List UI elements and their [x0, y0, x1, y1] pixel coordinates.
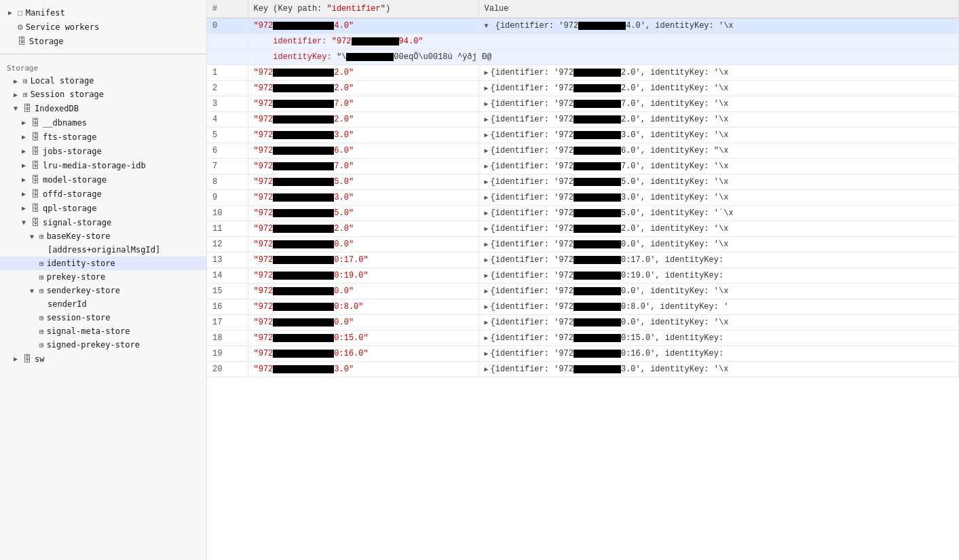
table-row[interactable]: 14"9720:19.0"{identifier: '9720:19.0', i… [207, 268, 959, 284]
value-content: {identifier: '9723.0', identityKey: '\x [491, 193, 729, 202]
table-row[interactable]: 10"9725.0"{identifier: '9725.0', identit… [207, 206, 959, 221]
row-key: "9727.0" [248, 159, 478, 174]
expand-icon[interactable] [485, 115, 491, 124]
redacted-block [273, 84, 334, 92]
table-row[interactable]: 19"9720:16.0"{identifier: '9720:16.0', i… [207, 346, 959, 362]
table-row[interactable]: 1"9722.0"{identifier: '9722.0', identity… [207, 65, 959, 81]
table-row[interactable]: 5"9723.0"{identifier: '9723.0', identity… [207, 128, 959, 143]
key-value: "9725.0" [254, 208, 354, 218]
expand-icon[interactable] [485, 130, 491, 140]
row-num: 16 [207, 299, 248, 315]
expand-icon[interactable] [485, 365, 491, 374]
sidebar-item-session-store[interactable]: ⊞ session-store [0, 311, 206, 324]
expand-icon[interactable] [485, 83, 491, 93]
expand-icon[interactable] [485, 68, 491, 77]
expand-icon[interactable] [485, 162, 491, 171]
service-workers-icon: ⚙ [18, 22, 23, 32]
sidebar-item-signed-prekey-store[interactable]: ⊞ signed-prekey-store [0, 338, 206, 352]
sidebar: ▶ ☐ Manifest ⚙ Service workers 🗄 Storage… [0, 0, 207, 560]
sidebar-item-model-storage[interactable]: ▶ 🗄 model-storage [0, 172, 206, 187]
key-value: "9720:16.0" [254, 349, 369, 358]
redacted-block [273, 209, 334, 217]
expand-icon[interactable] [485, 255, 491, 265]
row-num: 19 [207, 346, 248, 362]
table-row[interactable]: 7"9727.0"{identifier: '9727.0', identity… [207, 159, 959, 174]
sidebar-item-identity-store[interactable]: ⊞ identity-store [0, 257, 206, 270]
table-row[interactable]: 6"9726.0"{identifier: '9726.0', identity… [207, 143, 959, 159]
expand-icon[interactable] [485, 224, 491, 234]
expand-icon[interactable] [485, 286, 491, 296]
key-value: "9722.0" [254, 115, 354, 124]
table-row[interactable]: 9"9723.0"{identifier: '9723.0', identity… [207, 190, 959, 206]
arrow-icon: ▶ [14, 355, 23, 362]
expand-icon[interactable] [485, 193, 491, 202]
sidebar-item-senderkey-store[interactable]: ▼ ⊞ senderkey-store [0, 284, 206, 297]
qpl-storage-icon: 🗄 [31, 203, 40, 213]
sidebar-item-service-workers[interactable]: ⚙ Service workers [0, 20, 206, 34]
table-row[interactable]: 4"9722.0"{identifier: '9722.0', identity… [207, 112, 959, 128]
table-row[interactable]: 11"9722.0"{identifier: '9722.0', identit… [207, 221, 959, 237]
value-content: {identifier: '9720:17.0', identityKey: [491, 255, 724, 265]
sidebar-item-dbnames[interactable]: ▶ 🗄 __dbnames [0, 115, 206, 130]
row-num: 15 [207, 284, 248, 299]
expand-icon[interactable] [485, 333, 491, 343]
expand-icon[interactable] [485, 302, 491, 312]
row-num: 2 [207, 81, 248, 96]
redacted-block [573, 334, 621, 342]
table-row[interactable]: 12"9720.0"{identifier: '9720.0', identit… [207, 237, 959, 253]
sidebar-item-qpl-storage[interactable]: ▶ 🗄 qpl-storage [0, 201, 206, 215]
sidebar-item-indexeddb[interactable]: ▼ 🗄 IndexedDB [0, 101, 206, 115]
row-value: {identifier: '9725.0', identityKey: '\x [478, 174, 959, 190]
sidebar-item-storage-top[interactable]: 🗄 Storage [0, 34, 206, 48]
table-row[interactable]: 2"9722.0"{identifier: '9722.0', identity… [207, 81, 959, 96]
sidebar-item-local-storage[interactable]: ▶ ⊞ Local storage [0, 74, 206, 88]
key-value: "9723.0" [254, 365, 354, 374]
row-value: {identifier: '9720.0', identityKey: '\x [478, 237, 959, 253]
expand-icon[interactable] [485, 21, 491, 31]
table-row[interactable]: 16"9720:8.0"{identifier: '9720:8.0', ide… [207, 299, 959, 315]
table-row[interactable]: 3"9727.0"{identifier: '9727.0', identity… [207, 96, 959, 112]
sidebar-item-signal-meta-store[interactable]: ⊞ signal-meta-store [0, 324, 206, 338]
sidebar-item-senderid[interactable]: senderId [0, 297, 206, 311]
sidebar-item-manifest[interactable]: ▶ ☐ Manifest [0, 5, 206, 20]
row-num: 13 [207, 253, 248, 268]
sidebar-item-address-originalmsgid[interactable]: [address+originalMsgId] [0, 243, 206, 257]
sidebar-item-jobs-storage[interactable]: ▶ 🗄 jobs-storage [0, 144, 206, 158]
redacted-block [573, 69, 621, 77]
sidebar-item-basekey-store[interactable]: ▼ ⊞ baseKey-store [0, 229, 206, 243]
expand-icon[interactable] [485, 349, 491, 358]
table-row[interactable]: 20"9723.0"{identifier: '9723.0', identit… [207, 362, 959, 377]
sidebar-item-offd-storage[interactable]: ▶ 🗄 offd-storage [0, 187, 206, 201]
row-value: {identifier: '9726.0', identityKey: "\x [478, 143, 959, 159]
expand-icon[interactable] [485, 208, 491, 218]
table-row[interactable]: 15"9720.0"{identifier: '9720.0', identit… [207, 284, 959, 299]
expand-icon[interactable] [485, 318, 491, 327]
redacted-block [573, 209, 621, 217]
arrow-icon: ▶ [22, 162, 31, 169]
value-content: {identifier: '9724.0', identityKey: '\x [495, 21, 734, 31]
sidebar-item-fts-storage[interactable]: ▶ 🗄 fts-storage [0, 130, 206, 144]
expand-icon[interactable] [485, 240, 491, 249]
table-row[interactable]: 18"9720:15.0"{identifier: '9720:15.0', i… [207, 331, 959, 346]
row-value: {identifier: '9720.0', identityKey: '\x [478, 284, 959, 299]
redacted-block [573, 350, 621, 358]
expand-icon[interactable] [485, 146, 491, 155]
sidebar-item-signal-storage[interactable]: ▼ 🗄 signal-storage [0, 215, 206, 229]
records-table: # Key (Key path: "identifier") Value 0 "… [207, 0, 959, 377]
expand-icon[interactable] [485, 177, 491, 187]
table-row[interactable]: 17"9720.0"{identifier: '9720.0', identit… [207, 315, 959, 331]
sidebar-item-prekey-store[interactable]: ⊞ prekey-store [0, 270, 206, 284]
table-body: 0 "9724.0" {identifier: '9724.0', identi… [207, 18, 959, 377]
table-row[interactable]: 13"9720:17.0"{identifier: '9720:17.0', i… [207, 253, 959, 268]
table-row[interactable]: 0 "9724.0" {identifier: '9724.0', identi… [207, 18, 959, 34]
value-content: {identifier: '9727.0', identityKey: '\x [491, 162, 729, 171]
row-value: {identifier: '9723.0', identityKey: '\x [478, 190, 959, 206]
expand-icon[interactable] [485, 99, 491, 109]
expand-icon[interactable] [485, 271, 491, 280]
key-value: "9723.0" [254, 193, 354, 202]
value-content: {identifier: '9722.0', identityKey: '\x [491, 115, 729, 124]
table-row[interactable]: 8"9725.0"{identifier: '9725.0', identity… [207, 174, 959, 190]
sidebar-item-sw[interactable]: ▶ 🗄 sw [0, 352, 206, 366]
sidebar-item-session-storage[interactable]: ▶ ⊞ Session storage [0, 88, 206, 101]
sidebar-item-lru-media[interactable]: ▶ 🗄 lru-media-storage-idb [0, 158, 206, 172]
